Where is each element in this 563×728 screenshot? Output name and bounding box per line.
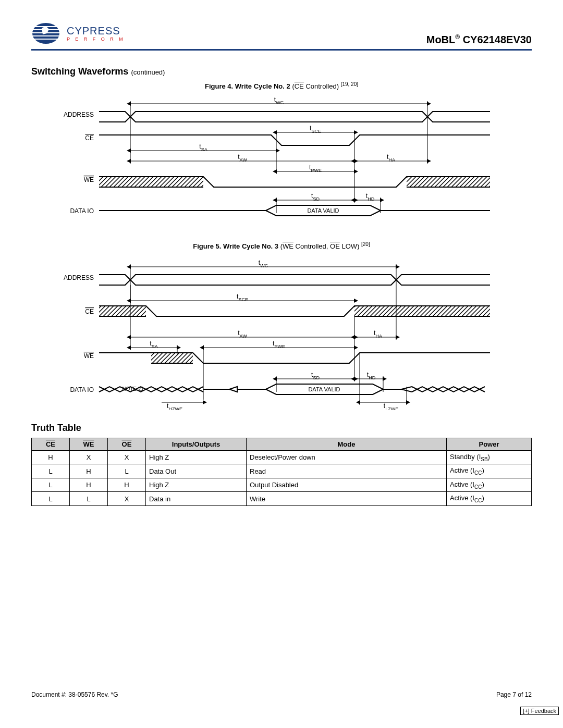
svg-rect-25	[407, 177, 490, 187]
svg-text:DATA VALID: DATA VALID	[308, 386, 340, 392]
fig4-label-address: ADDRESS	[64, 111, 94, 118]
svg-text:tWC: tWC	[274, 96, 284, 105]
truth-table: CE WE OE Inputs/Outputs Mode Power HXXHi…	[31, 438, 532, 506]
svg-text:tLZWE: tLZWE	[384, 402, 398, 410]
svg-text:tPWE: tPWE	[273, 340, 285, 349]
table-row: HXXHigh ZDeselect/Power downStandby (ISB…	[32, 450, 532, 464]
table-row: LHLData OutReadActive (ICC)	[32, 464, 532, 478]
svg-text:CE: CE	[85, 308, 94, 315]
page-number: Page 7 of 12	[496, 691, 532, 698]
svg-text:tHZWE: tHZWE	[167, 402, 182, 410]
svg-text:tSD: tSD	[311, 192, 320, 202]
figure4-diagram: ADDRESS CE WE DATA IO tWC tSCE tSA tAW t…	[57, 93, 506, 229]
svg-rect-24	[99, 177, 203, 187]
logo-text-sub: P E R F O R M	[67, 37, 125, 42]
table-row: LLXData inWriteActive (ICC)	[32, 492, 532, 506]
fig4-label-dataio: DATA IO	[70, 207, 94, 215]
figure4-caption: Figure 4. Write Cycle No. 2 (CE Controll…	[31, 81, 532, 90]
svg-text:tAW: tAW	[238, 153, 247, 163]
svg-text:tHD: tHD	[367, 371, 376, 380]
svg-text:DATA VALID: DATA VALID	[307, 207, 339, 214]
svg-text:tHA: tHA	[387, 153, 395, 163]
truth-table-title: Truth Table	[31, 423, 532, 434]
svg-text:NOTE 21: NOTE 21	[122, 386, 144, 392]
svg-text:tHA: tHA	[374, 329, 382, 339]
svg-text:tWC: tWC	[259, 259, 268, 268]
logo-text-main: CYPRESS	[67, 26, 125, 36]
page-footer: Document #: 38-05576 Rev. *G Page 7 of 1…	[31, 691, 532, 698]
logo: CYPRESS P E R F O R M	[31, 21, 125, 46]
svg-text:tPWE: tPWE	[309, 164, 322, 173]
page-header: CYPRESS P E R F O R M MoBL® CY62148EV30	[31, 21, 532, 51]
svg-text:tHD: tHD	[366, 192, 375, 202]
fig4-label-we: WE	[84, 176, 94, 183]
svg-rect-42	[99, 306, 146, 316]
figure5-caption: Figure 5. Write Cycle No. 3 (WE Controll…	[31, 241, 532, 250]
svg-rect-5	[32, 39, 59, 40]
svg-rect-4	[32, 35, 59, 36]
fig5-label-address: ADDRESS	[64, 274, 94, 281]
fig4-label-ce: CE	[85, 134, 94, 142]
figure5-diagram: ADDRESS CE WE DATA IO tWC tSCE tAW tHA t…	[57, 254, 506, 410]
globe-icon	[31, 21, 63, 46]
section-title: Switching Waveforms (continued)	[31, 66, 532, 77]
svg-text:tAW: tAW	[238, 329, 247, 339]
part-number: MoBL® CY62148EV30	[426, 33, 532, 46]
svg-text:tSD: tSD	[311, 371, 320, 380]
svg-text:WE: WE	[84, 352, 94, 360]
doc-number: Document #: 38-05576 Rev. *G	[31, 691, 118, 698]
svg-text:tSCE: tSCE	[237, 293, 248, 302]
svg-text:tSCE: tSCE	[310, 125, 321, 134]
svg-text:DATA IO: DATA IO	[70, 386, 94, 393]
svg-rect-54	[151, 353, 193, 363]
table-row: LHHHigh ZOutput DisabledActive (ICC)	[32, 478, 532, 492]
feedback-button[interactable]: [+] Feedback	[520, 707, 559, 715]
svg-rect-43	[354, 306, 490, 316]
